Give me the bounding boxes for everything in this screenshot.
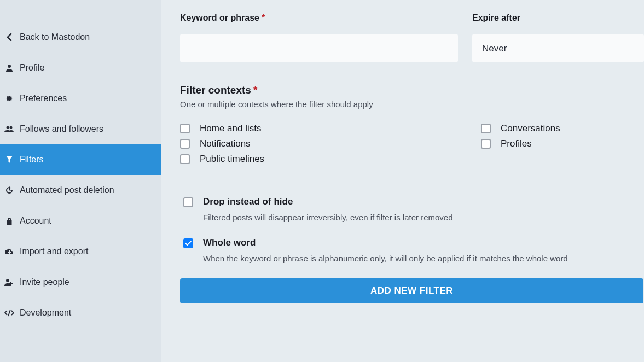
context-label: Conversations <box>501 123 560 134</box>
expire-label: Expire after <box>472 13 644 23</box>
context-public-row[interactable]: Public timelines <box>180 154 459 165</box>
sidebar-item-label: Development <box>20 308 71 318</box>
sidebar-item-preferences[interactable]: Preferences <box>0 83 161 114</box>
sidebar-item-label: Filters <box>20 155 44 165</box>
sidebar-item-development[interactable]: Development <box>0 297 161 328</box>
svg-point-2 <box>10 126 13 129</box>
cloud-download-icon <box>4 248 14 255</box>
drop-checkbox[interactable] <box>183 197 193 207</box>
sidebar-item-label: Back to Mastodon <box>20 32 90 42</box>
drop-option: Drop instead of hide Filtered posts will… <box>180 196 644 222</box>
add-filter-button[interactable]: Add new filter <box>180 278 643 303</box>
context-checkboxes: Home and lists Notifications Public time… <box>180 123 644 169</box>
filter-icon <box>4 156 14 164</box>
context-home-checkbox[interactable] <box>180 124 190 133</box>
context-label: Notifications <box>200 138 251 149</box>
sidebar-item-label: Import and export <box>20 247 88 256</box>
user-icon <box>4 64 14 72</box>
sidebar-item-label: Automated post deletion <box>20 185 114 195</box>
sidebar-item-label: Account <box>20 216 51 226</box>
main-content: Keyword or phrase* Expire after Never Fi… <box>161 0 644 362</box>
svg-point-1 <box>7 126 9 129</box>
drop-desc: Filtered posts will disappear irreversib… <box>203 213 453 222</box>
svg-point-3 <box>6 279 9 282</box>
sidebar-item-invite[interactable]: Invite people <box>0 267 161 297</box>
whole-word-checkbox[interactable] <box>183 238 193 248</box>
context-public-checkbox[interactable] <box>180 154 190 164</box>
context-notifications-checkbox[interactable] <box>180 139 190 149</box>
svg-point-0 <box>8 65 11 68</box>
history-icon <box>4 186 14 194</box>
filter-contexts-title: Filter contexts* <box>180 84 644 96</box>
sidebar: Back to Mastodon Profile Preferences Fol… <box>0 0 161 362</box>
keyword-input[interactable] <box>180 34 458 62</box>
user-plus-icon <box>4 278 14 286</box>
keyword-label: Keyword or phrase* <box>180 13 458 23</box>
chevron-left-icon <box>4 33 14 41</box>
sidebar-item-back[interactable]: Back to Mastodon <box>0 22 161 52</box>
context-profiles-checkbox[interactable] <box>481 139 491 149</box>
drop-title: Drop instead of hide <box>203 196 453 207</box>
sidebar-item-label: Profile <box>20 63 44 73</box>
context-home-row[interactable]: Home and lists <box>180 123 459 134</box>
users-icon <box>4 125 14 133</box>
keyword-field-group: Keyword or phrase* <box>180 13 458 62</box>
required-asterisk: * <box>253 84 257 96</box>
context-profiles-row[interactable]: Profiles <box>481 138 644 149</box>
context-conversations-row[interactable]: Conversations <box>481 123 644 134</box>
expire-field-group: Expire after Never <box>472 13 644 62</box>
whole-word-title: Whole word <box>203 237 568 248</box>
code-icon <box>4 309 14 317</box>
whole-word-desc: When the keyword or phrase is alphanumer… <box>203 254 568 263</box>
sidebar-item-profile[interactable]: Profile <box>0 52 161 83</box>
expire-select[interactable]: Never <box>472 34 644 62</box>
filter-contexts-subtitle: One or multiple contexts where the filte… <box>180 100 644 109</box>
sidebar-item-account[interactable]: Account <box>0 206 161 236</box>
sidebar-item-label: Invite people <box>20 277 69 287</box>
sidebar-item-label: Preferences <box>20 94 67 103</box>
sidebar-item-automated-deletion[interactable]: Automated post deletion <box>0 175 161 206</box>
context-label: Public timelines <box>200 154 264 165</box>
whole-word-option: Whole word When the keyword or phrase is… <box>180 237 644 263</box>
context-label: Profiles <box>501 138 532 149</box>
sidebar-item-filters[interactable]: Filters <box>0 144 161 175</box>
sidebar-item-import-export[interactable]: Import and export <box>0 236 161 267</box>
gear-icon <box>4 95 14 102</box>
context-label: Home and lists <box>200 123 261 134</box>
required-asterisk: * <box>262 13 265 22</box>
sidebar-item-follows[interactable]: Follows and followers <box>0 114 161 144</box>
lock-icon <box>4 217 14 225</box>
context-conversations-checkbox[interactable] <box>481 124 491 133</box>
context-notifications-row[interactable]: Notifications <box>180 138 459 149</box>
sidebar-item-label: Follows and followers <box>20 124 103 134</box>
